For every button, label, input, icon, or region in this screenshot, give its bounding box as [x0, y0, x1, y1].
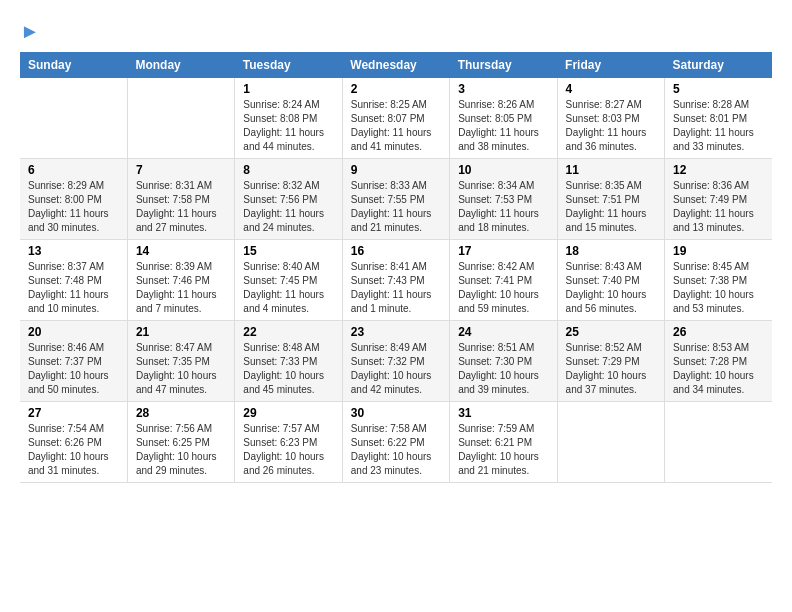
day-info: Sunrise: 7:57 AMSunset: 6:23 PMDaylight:… — [243, 422, 333, 478]
day-number: 22 — [243, 325, 333, 339]
day-number: 24 — [458, 325, 548, 339]
day-info: Sunrise: 8:53 AMSunset: 7:28 PMDaylight:… — [673, 341, 764, 397]
calendar-day-cell: 14Sunrise: 8:39 AMSunset: 7:46 PMDayligh… — [127, 240, 234, 321]
day-of-week-header: Friday — [557, 52, 664, 78]
day-number: 16 — [351, 244, 441, 258]
day-number: 13 — [28, 244, 119, 258]
calendar-day-cell: 6Sunrise: 8:29 AMSunset: 8:00 PMDaylight… — [20, 159, 127, 240]
day-number: 8 — [243, 163, 333, 177]
calendar-day-cell: 10Sunrise: 8:34 AMSunset: 7:53 PMDayligh… — [450, 159, 557, 240]
calendar-day-cell: 9Sunrise: 8:33 AMSunset: 7:55 PMDaylight… — [342, 159, 449, 240]
day-info: Sunrise: 8:33 AMSunset: 7:55 PMDaylight:… — [351, 179, 441, 235]
day-of-week-header: Thursday — [450, 52, 557, 78]
logo-text: ► — [20, 20, 40, 42]
calendar-day-cell: 26Sunrise: 8:53 AMSunset: 7:28 PMDayligh… — [665, 321, 772, 402]
day-info: Sunrise: 8:36 AMSunset: 7:49 PMDaylight:… — [673, 179, 764, 235]
day-info: Sunrise: 8:39 AMSunset: 7:46 PMDaylight:… — [136, 260, 226, 316]
day-info: Sunrise: 8:31 AMSunset: 7:58 PMDaylight:… — [136, 179, 226, 235]
calendar-day-cell: 23Sunrise: 8:49 AMSunset: 7:32 PMDayligh… — [342, 321, 449, 402]
day-info: Sunrise: 7:56 AMSunset: 6:25 PMDaylight:… — [136, 422, 226, 478]
day-info: Sunrise: 8:52 AMSunset: 7:29 PMDaylight:… — [566, 341, 656, 397]
header-row: SundayMondayTuesdayWednesdayThursdayFrid… — [20, 52, 772, 78]
day-info: Sunrise: 8:47 AMSunset: 7:35 PMDaylight:… — [136, 341, 226, 397]
day-number: 11 — [566, 163, 656, 177]
calendar-day-cell: 7Sunrise: 8:31 AMSunset: 7:58 PMDaylight… — [127, 159, 234, 240]
day-info: Sunrise: 7:59 AMSunset: 6:21 PMDaylight:… — [458, 422, 548, 478]
day-number: 17 — [458, 244, 548, 258]
day-of-week-header: Wednesday — [342, 52, 449, 78]
calendar-week-row: 27Sunrise: 7:54 AMSunset: 6:26 PMDayligh… — [20, 402, 772, 483]
calendar-day-cell: 27Sunrise: 7:54 AMSunset: 6:26 PMDayligh… — [20, 402, 127, 483]
calendar-day-cell: 2Sunrise: 8:25 AMSunset: 8:07 PMDaylight… — [342, 78, 449, 159]
calendar-day-cell: 22Sunrise: 8:48 AMSunset: 7:33 PMDayligh… — [235, 321, 342, 402]
day-info: Sunrise: 8:49 AMSunset: 7:32 PMDaylight:… — [351, 341, 441, 397]
calendar-day-cell — [127, 78, 234, 159]
calendar-week-row: 20Sunrise: 8:46 AMSunset: 7:37 PMDayligh… — [20, 321, 772, 402]
day-number: 15 — [243, 244, 333, 258]
calendar-day-cell: 19Sunrise: 8:45 AMSunset: 7:38 PMDayligh… — [665, 240, 772, 321]
day-number: 6 — [28, 163, 119, 177]
day-of-week-header: Tuesday — [235, 52, 342, 78]
day-info: Sunrise: 7:58 AMSunset: 6:22 PMDaylight:… — [351, 422, 441, 478]
calendar-day-cell: 28Sunrise: 7:56 AMSunset: 6:25 PMDayligh… — [127, 402, 234, 483]
day-number: 10 — [458, 163, 548, 177]
day-number: 27 — [28, 406, 119, 420]
calendar-day-cell: 18Sunrise: 8:43 AMSunset: 7:40 PMDayligh… — [557, 240, 664, 321]
day-number: 19 — [673, 244, 764, 258]
calendar-day-cell: 24Sunrise: 8:51 AMSunset: 7:30 PMDayligh… — [450, 321, 557, 402]
calendar-day-cell: 13Sunrise: 8:37 AMSunset: 7:48 PMDayligh… — [20, 240, 127, 321]
day-info: Sunrise: 8:40 AMSunset: 7:45 PMDaylight:… — [243, 260, 333, 316]
calendar-day-cell: 29Sunrise: 7:57 AMSunset: 6:23 PMDayligh… — [235, 402, 342, 483]
day-number: 31 — [458, 406, 548, 420]
calendar-week-row: 6Sunrise: 8:29 AMSunset: 8:00 PMDaylight… — [20, 159, 772, 240]
day-number: 18 — [566, 244, 656, 258]
day-number: 20 — [28, 325, 119, 339]
calendar-day-cell: 8Sunrise: 8:32 AMSunset: 7:56 PMDaylight… — [235, 159, 342, 240]
day-info: Sunrise: 8:27 AMSunset: 8:03 PMDaylight:… — [566, 98, 656, 154]
day-number: 14 — [136, 244, 226, 258]
day-info: Sunrise: 8:25 AMSunset: 8:07 PMDaylight:… — [351, 98, 441, 154]
calendar-day-cell: 11Sunrise: 8:35 AMSunset: 7:51 PMDayligh… — [557, 159, 664, 240]
day-info: Sunrise: 8:24 AMSunset: 8:08 PMDaylight:… — [243, 98, 333, 154]
day-number: 1 — [243, 82, 333, 96]
calendar-day-cell: 15Sunrise: 8:40 AMSunset: 7:45 PMDayligh… — [235, 240, 342, 321]
day-number: 28 — [136, 406, 226, 420]
calendar-day-cell: 25Sunrise: 8:52 AMSunset: 7:29 PMDayligh… — [557, 321, 664, 402]
day-info: Sunrise: 8:45 AMSunset: 7:38 PMDaylight:… — [673, 260, 764, 316]
day-info: Sunrise: 8:42 AMSunset: 7:41 PMDaylight:… — [458, 260, 548, 316]
day-number: 23 — [351, 325, 441, 339]
day-info: Sunrise: 7:54 AMSunset: 6:26 PMDaylight:… — [28, 422, 119, 478]
day-of-week-header: Saturday — [665, 52, 772, 78]
day-info: Sunrise: 8:46 AMSunset: 7:37 PMDaylight:… — [28, 341, 119, 397]
day-info: Sunrise: 8:29 AMSunset: 8:00 PMDaylight:… — [28, 179, 119, 235]
day-number: 9 — [351, 163, 441, 177]
calendar-day-cell: 12Sunrise: 8:36 AMSunset: 7:49 PMDayligh… — [665, 159, 772, 240]
calendar-day-cell: 1Sunrise: 8:24 AMSunset: 8:08 PMDaylight… — [235, 78, 342, 159]
calendar-day-cell: 31Sunrise: 7:59 AMSunset: 6:21 PMDayligh… — [450, 402, 557, 483]
day-number: 26 — [673, 325, 764, 339]
day-info: Sunrise: 8:48 AMSunset: 7:33 PMDaylight:… — [243, 341, 333, 397]
day-info: Sunrise: 8:41 AMSunset: 7:43 PMDaylight:… — [351, 260, 441, 316]
day-info: Sunrise: 8:26 AMSunset: 8:05 PMDaylight:… — [458, 98, 548, 154]
day-number: 5 — [673, 82, 764, 96]
day-number: 4 — [566, 82, 656, 96]
calendar-day-cell — [665, 402, 772, 483]
day-number: 3 — [458, 82, 548, 96]
day-of-week-header: Monday — [127, 52, 234, 78]
logo: ► — [20, 20, 40, 42]
calendar-day-cell: 30Sunrise: 7:58 AMSunset: 6:22 PMDayligh… — [342, 402, 449, 483]
day-info: Sunrise: 8:37 AMSunset: 7:48 PMDaylight:… — [28, 260, 119, 316]
calendar-day-cell: 4Sunrise: 8:27 AMSunset: 8:03 PMDaylight… — [557, 78, 664, 159]
calendar-day-cell — [557, 402, 664, 483]
day-number: 25 — [566, 325, 656, 339]
day-number: 29 — [243, 406, 333, 420]
day-number: 21 — [136, 325, 226, 339]
day-info: Sunrise: 8:35 AMSunset: 7:51 PMDaylight:… — [566, 179, 656, 235]
day-info: Sunrise: 8:28 AMSunset: 8:01 PMDaylight:… — [673, 98, 764, 154]
day-number: 7 — [136, 163, 226, 177]
day-info: Sunrise: 8:34 AMSunset: 7:53 PMDaylight:… — [458, 179, 548, 235]
calendar-day-cell — [20, 78, 127, 159]
calendar-table: SundayMondayTuesdayWednesdayThursdayFrid… — [20, 52, 772, 483]
calendar-week-row: 1Sunrise: 8:24 AMSunset: 8:08 PMDaylight… — [20, 78, 772, 159]
day-info: Sunrise: 8:43 AMSunset: 7:40 PMDaylight:… — [566, 260, 656, 316]
